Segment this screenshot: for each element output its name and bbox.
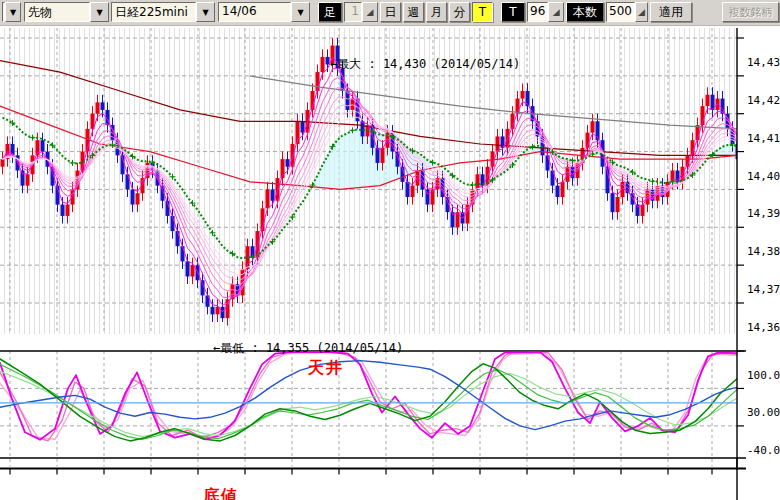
combo-arrow-icon[interactable]: ▼ [291,2,310,22]
ceiling-annotation: 天井 [308,358,344,379]
contract-month-combo[interactable]: 14/06 ▼ [218,2,310,22]
spin-icon: ◢ [362,2,378,22]
day-button[interactable]: 日 [380,2,401,22]
contract-month-value: 14/06 [218,2,291,22]
tick-black-button[interactable]: T [501,2,525,22]
instrument-type-combo[interactable]: 先物 ▼ [24,2,109,22]
bottom-annotation: 底値 [203,486,239,500]
symbol-value: 日経225mini [111,2,196,22]
interval-spinner: 1 ◢ [344,2,378,22]
instrument-type-value: 先物 [24,2,90,22]
interval-value: 1 [344,2,362,22]
tick-count-spinner[interactable]: 96 ◢ [527,2,564,22]
price-axis-label: 14,400 [747,170,780,183]
price-axis-label: 14,390 [747,207,780,220]
minute-button[interactable]: 分 [449,2,470,22]
combo-arrow-icon[interactable]: ▼ [90,2,109,22]
multi-symbol-button: 複数銘柄 [722,2,779,22]
bar-count-spinner[interactable]: 500 ◢ [606,2,648,22]
month-button[interactable]: 月 [426,2,447,22]
combo-arrow-icon[interactable]: ▼ [5,2,21,22]
price-axis-label: 14,380 [747,245,780,258]
max-annotation: ←最大 : 14,430 (2014/05/14) [330,56,520,73]
price-axis-label: 14,410 [747,132,780,145]
spin-icon[interactable]: ◢ [548,2,564,22]
oscillator-axis-label: 100.00 [747,369,780,382]
oscillator-axis-label: -40.00 [747,444,780,457]
oscillator-axis-label: 30.00 [747,406,780,419]
tick-count-value[interactable]: 96 [527,2,548,22]
spin-icon[interactable]: ◢ [635,2,648,22]
toolbar: ▼ 先物 ▼ 日経225mini ▼ 14/06 ▼ 足 1 ◢ 日 週 月 分… [0,0,780,26]
bar-count-label-button: 本数 [566,2,604,22]
symbol-combo[interactable]: 日経225mini ▼ [111,2,215,22]
min-annotation: ←最低 : 14,355 (2014/05/14) [213,340,403,357]
combo-arrow-icon[interactable]: ▼ [196,2,215,22]
price-axis-label: 14,360 [747,321,780,334]
ashi-button[interactable]: 足 [318,2,342,22]
chart-area[interactable]: 14,43014,42014,41014,40014,39014,38014,3… [0,25,780,500]
bar-count-value[interactable]: 500 [606,2,635,22]
price-axis-label: 14,420 [747,94,780,107]
apply-button[interactable]: 適用 [650,2,692,22]
price-axis-label: 14,430 [747,56,780,69]
week-button[interactable]: 週 [403,2,424,22]
tick-yellow-button[interactable]: T [472,2,493,22]
price-axis-label: 14,370 [747,283,780,296]
chart-svg [0,25,780,500]
mini-combo[interactable]: ▼ [2,2,21,22]
